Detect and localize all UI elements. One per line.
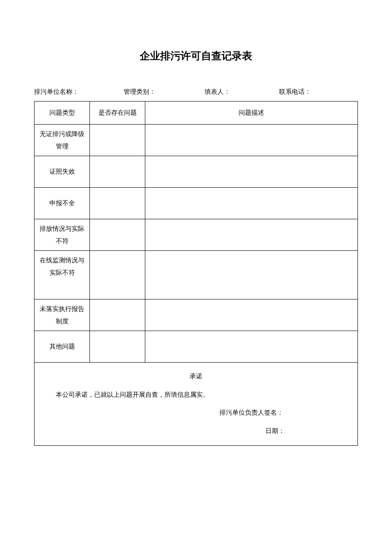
self-check-table: 问题类型 是否存在问题 问题描述 无证排污或降级管理 证照失效 申报不全 排放情… bbox=[34, 101, 358, 446]
cell-desc bbox=[145, 125, 358, 156]
phone-field: 联系电话： bbox=[279, 86, 311, 98]
table-row: 其他问题 bbox=[35, 331, 358, 363]
phone-label: 联系电话： bbox=[279, 86, 311, 98]
table-row: 未落实执行报告制度 bbox=[35, 299, 358, 331]
table-row: 排放情况与实际不符 bbox=[35, 219, 358, 251]
filler-label: 填表人： bbox=[205, 86, 230, 98]
cell-type: 申报不全 bbox=[35, 188, 90, 219]
cell-type: 排放情况与实际不符 bbox=[35, 219, 90, 251]
cell-type: 证照失效 bbox=[35, 156, 90, 188]
promise-cell: 承诺 本公司承诺，已就以上问题开展自查，所填信息属实。 排污单位负责人签名： 日… bbox=[35, 363, 358, 446]
cell-exist bbox=[90, 156, 145, 188]
cell-exist bbox=[90, 125, 145, 156]
cell-type: 未落实执行报告制度 bbox=[35, 299, 90, 331]
unit-name-label: 排污单位名称： bbox=[34, 86, 79, 98]
cell-desc bbox=[145, 219, 358, 251]
promise-row: 承诺 本公司承诺，已就以上问题开展自查，所填信息属实。 排污单位负责人签名： 日… bbox=[35, 363, 358, 446]
cell-exist bbox=[90, 299, 145, 331]
info-row: 排污单位名称： 管理类别： 填表人： 联系电话： bbox=[34, 86, 358, 98]
cell-type: 其他问题 bbox=[35, 331, 90, 363]
cell-exist bbox=[90, 219, 145, 251]
cell-exist bbox=[90, 331, 145, 363]
cell-type: 在线监测情况与实际不符 bbox=[35, 251, 90, 299]
cell-desc bbox=[145, 156, 358, 188]
cell-desc bbox=[145, 299, 358, 331]
date-line: 日期： bbox=[43, 425, 349, 437]
unit-name-field: 排污单位名称： bbox=[34, 86, 124, 98]
promise-title: 承诺 bbox=[43, 370, 349, 383]
promise-body: 本公司承诺，已就以上问题开展自查，所填信息属实。 bbox=[43, 389, 349, 401]
table-row: 无证排污或降级管理 bbox=[35, 125, 358, 156]
header-exist: 是否存在问题 bbox=[90, 102, 145, 125]
signature-line: 排污单位负责人签名： bbox=[43, 407, 349, 419]
cell-exist bbox=[90, 188, 145, 219]
header-desc: 问题描述 bbox=[145, 102, 358, 125]
category-field: 管理类别： bbox=[124, 86, 205, 98]
table-row: 证照失效 bbox=[35, 156, 358, 188]
cell-desc bbox=[145, 331, 358, 363]
cell-desc bbox=[145, 188, 358, 219]
table-row: 在线监测情况与实际不符 bbox=[35, 251, 358, 299]
cell-type: 无证排污或降级管理 bbox=[35, 125, 90, 156]
cell-exist bbox=[90, 251, 145, 299]
document-title: 企业排污许可自查记录表 bbox=[34, 49, 358, 63]
cell-desc bbox=[145, 251, 358, 299]
table-row: 申报不全 bbox=[35, 188, 358, 219]
filler-field: 填表人： bbox=[205, 86, 279, 98]
header-type: 问题类型 bbox=[35, 102, 90, 125]
table-header-row: 问题类型 是否存在问题 问题描述 bbox=[35, 102, 358, 125]
category-label: 管理类别： bbox=[124, 86, 156, 98]
